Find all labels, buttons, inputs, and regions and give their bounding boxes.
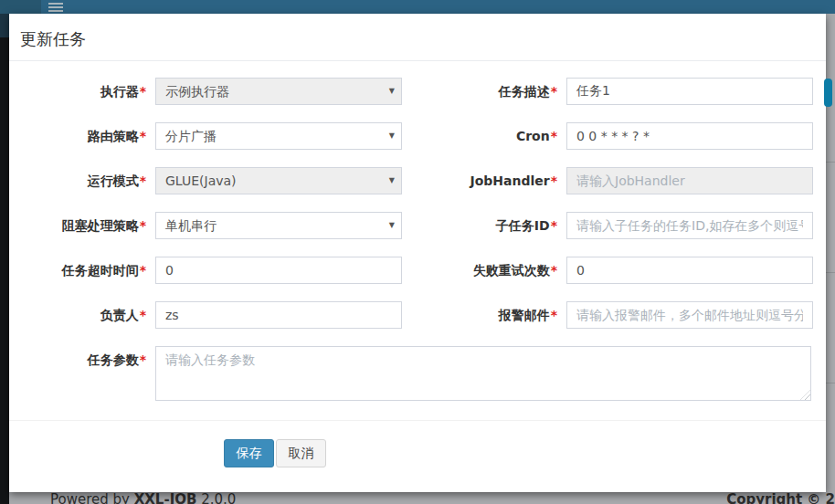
cron-input[interactable] [566, 122, 813, 150]
bg-table-line [826, 162, 835, 163]
job-param-textarea[interactable] [155, 346, 811, 401]
brand-name: XXL-JOB [134, 492, 197, 504]
chevron-down-icon: ▼ [389, 213, 395, 238]
required-asterisk: * [140, 173, 146, 188]
scrollbar-thumb[interactable] [824, 79, 832, 107]
cancel-button[interactable]: 取消 [276, 439, 326, 467]
form-row: 负责人* 报警邮件* [9, 301, 826, 329]
powered-by-text: Powered by XXL-JOB 2.0.0 [50, 492, 236, 504]
save-button[interactable]: 保存 [224, 439, 274, 467]
job-desc-input[interactable] [566, 78, 813, 105]
dimmed-sidebar-header [0, 14, 9, 37]
navbar-logo-area [0, 0, 41, 14]
page-footer: Powered by XXL-JOB 2.0.0 Copyright © 2 [9, 492, 835, 504]
form-row: 运行模式* GLUE(Java) ▼ JobHandler* [9, 167, 826, 194]
executor-select-value: 示例执行器 [165, 84, 229, 99]
required-asterisk: * [551, 173, 557, 188]
label-job-desc: 任务描述* [420, 78, 557, 105]
route-strategy-select-value: 分片广播 [165, 129, 217, 143]
chevron-down-icon: ▼ [389, 79, 395, 104]
job-param-field [155, 346, 811, 401]
form-row: 阻塞处理策略* 单机串行 ▼ 子任务ID* [9, 212, 826, 239]
hamburger-icon[interactable] [48, 3, 63, 14]
label-block-strategy: 阻塞处理策略* [9, 212, 146, 239]
label-executor: 执行器* [9, 78, 146, 105]
retry-count-input[interactable] [566, 257, 813, 284]
form-row: 路由策略* 分片广播 ▼ Cron* [9, 122, 826, 150]
child-jobid-input[interactable] [566, 212, 813, 239]
required-asterisk: * [140, 352, 146, 367]
label-job-param: 任务参数* [9, 346, 146, 373]
bg-table-line [826, 383, 835, 383]
required-asterisk: * [551, 308, 557, 322]
label-glue-type: 运行模式* [9, 167, 146, 194]
copyright-text: Copyright © 2 [726, 492, 835, 504]
required-asterisk: * [551, 263, 557, 278]
label-job-handler: JobHandler* [420, 167, 557, 194]
chevron-down-icon: ▼ [389, 168, 395, 194]
top-navbar [0, 0, 835, 14]
author-input[interactable] [155, 301, 402, 329]
label-cron: Cron* [420, 122, 557, 150]
job-handler-input [566, 167, 813, 194]
label-timeout: 任务超时时间* [9, 257, 146, 284]
required-asterisk: * [551, 218, 557, 233]
block-strategy-select[interactable]: 单机串行 ▼ [155, 212, 402, 239]
required-asterisk: * [140, 263, 146, 278]
title-divider [9, 60, 826, 61]
executor-select: 示例执行器 ▼ [155, 78, 402, 105]
block-strategy-select-value: 单机串行 [165, 218, 217, 233]
label-retry-count: 失败重试次数* [420, 257, 557, 284]
dimmed-sidebar [0, 14, 9, 504]
glue-type-select: GLUE(Java) ▼ [155, 167, 402, 194]
route-strategy-select[interactable]: 分片广播 ▼ [155, 122, 402, 150]
form-row: 任务超时时间* 失败重试次数* [9, 257, 826, 284]
label-child-jobid: 子任务ID* [420, 212, 557, 239]
required-asterisk: * [140, 129, 146, 143]
timeout-input[interactable] [155, 257, 402, 284]
update-job-modal: 更新任务 执行器* 示例执行器 ▼ 任务描述* 路由策略* 分片广播 ▼ Cro… [9, 14, 826, 492]
label-route-strategy: 路由策略* [9, 122, 146, 150]
required-asterisk: * [140, 84, 146, 99]
required-asterisk: * [551, 84, 557, 99]
alarm-email-input[interactable] [566, 301, 813, 329]
chevron-down-icon: ▼ [389, 123, 395, 149]
form-row: 执行器* 示例执行器 ▼ 任务描述* [9, 78, 826, 105]
label-author: 负责人* [9, 301, 146, 329]
required-asterisk: * [551, 129, 557, 143]
required-asterisk: * [140, 218, 146, 233]
modal-title: 更新任务 [20, 28, 86, 50]
footer-divider [9, 420, 826, 421]
required-asterisk: * [140, 308, 146, 322]
bg-table-line [826, 272, 835, 273]
glue-type-select-value: GLUE(Java) [165, 173, 237, 188]
label-alarm-email: 报警邮件* [420, 301, 557, 329]
